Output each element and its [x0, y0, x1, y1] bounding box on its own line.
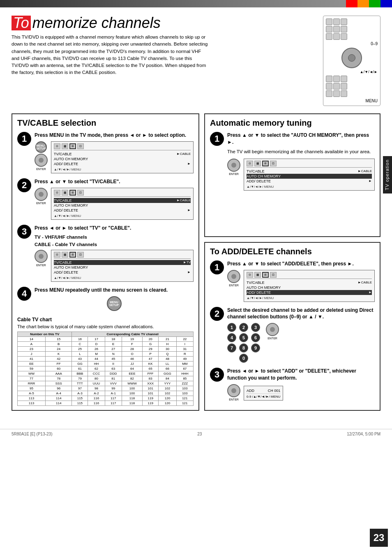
- step3-subtext1: TV - VHF/UHF channelsCABLE - Cable TV ch…: [35, 234, 194, 248]
- step3-menu-screen: ⊙ ▦ ⊞ ⊡ TV/CABLE►TV AUTO CH MEMORY: [51, 250, 194, 282]
- auto-step1-number: 1: [210, 132, 224, 146]
- add-screen: ADD CH 001 0-9 /▲/▼/◄/►/ MENU: [244, 386, 283, 401]
- step4-content: Press MENU repeatedly until the menu scr…: [35, 287, 194, 311]
- menu-item-add-2: ADD/ DELETE►: [54, 208, 191, 213]
- menu-icon-d2: ▦: [254, 272, 261, 278]
- remote-num-btn: [341, 33, 347, 40]
- chart-row-12: A-5A-4A-3A-2A-1100101102103: [18, 391, 194, 396]
- tv-cable-step3: 3 Press ◄ or ► to select "TV" or "CABLE"…: [17, 225, 194, 282]
- top-bar: [0, 0, 392, 7]
- remote-num-grid: [326, 18, 378, 40]
- remote-num-btn: [341, 26, 347, 32]
- remote-num-btn: [326, 18, 332, 25]
- step1-content: Press MENU in the TV mode, then press ◄ …: [35, 132, 194, 173]
- step1-menu-mockup: MENU SETUP ENTER ⊙ ▦ ⊞: [35, 141, 194, 173]
- step3-content: Press ◄ or ► to select "TV" or "CABLE". …: [35, 225, 194, 282]
- nav-center-1: [39, 158, 44, 163]
- menu-item-tvcable-3: TV/CABLE►TV: [54, 260, 191, 265]
- add-step1-content: Press ▲ or ▼ to select "ADD/DELETE", the…: [227, 260, 375, 302]
- menu-label: MENU: [326, 99, 378, 103]
- num-btn-2: 2: [239, 323, 248, 332]
- step2-menu-mockup: ENTER ⊙ ▦ ⊞ ⊡ TV/CABLE►CABLE: [35, 188, 194, 220]
- remote-extra-btn: [326, 76, 332, 82]
- remote-extra-btn: [326, 83, 332, 90]
- step3-text: Press ◄ or ► to select "TV" or "CABLE".: [35, 225, 194, 232]
- chart-row-10: RRRSSSTTTUUUVVVWWWXXXYYYZZZ: [18, 381, 194, 386]
- tv-cable-step2: 2 Press ▲ or ▼ to select "TV/CABLE". ENT…: [17, 178, 194, 220]
- menu-icon-a3: ⊞: [262, 161, 269, 166]
- remote-extra-btn: [341, 83, 347, 90]
- page-description: This TV/DVD is equipped with a channel m…: [12, 34, 209, 76]
- main-content: Tomemorize channels This TV/DVD is equip…: [0, 7, 392, 425]
- menu-item-auto-1: AUTO CH MEMORY: [54, 157, 191, 161]
- step4-icon-area: MENU SETUP: [35, 296, 194, 311]
- chart-row-11: 9596979899100101102103: [18, 386, 194, 391]
- remote-num-btn: [326, 33, 332, 40]
- mini-remote-add1: ENTER: [227, 270, 240, 287]
- menu-item-auto-2: AUTO CH MEMORY: [54, 203, 191, 208]
- chart-header-row: Number on this TV Corresponding Cable TV…: [18, 332, 194, 336]
- add-step1-number: 1: [210, 260, 224, 274]
- menu-icons-add1: ⊙ ▦ ⊞ ⊡: [247, 272, 372, 279]
- auto-step1-text: Press ▲ or ▼ to select the "AUTO CH MEMO…: [227, 132, 375, 146]
- color-bar-blue: [380, 0, 392, 7]
- remote-extra-grid: [326, 76, 378, 97]
- nav-center-add1: [231, 274, 236, 279]
- add-screen-row1: ADD CH 001: [247, 388, 280, 394]
- ch-value: CH 001: [268, 389, 281, 393]
- nav-btn-add3: [227, 384, 240, 397]
- auto-step1: 1 Press ▲ or ▼ to select the "AUTO CH ME…: [210, 132, 375, 191]
- step2-content: Press ▲ or ▼ to select "TV/CABLE". ENTER…: [35, 178, 194, 220]
- add-step3: 3 Press ◄ or ► to select "ADD" or "DELET…: [210, 368, 375, 401]
- step4-number: 4: [17, 287, 31, 301]
- enter-label-2: ENTER: [36, 202, 46, 205]
- nav-btn-1: [35, 154, 48, 167]
- enter-label-1: ENTER: [36, 168, 46, 170]
- chart-row-1: 141516171819202122: [18, 336, 194, 341]
- remote-num-btn: [333, 26, 340, 32]
- nav-center-auto: [231, 163, 236, 168]
- add-delete-section: To ADD/DELETE channels 1 Press ▲ or ▼ to…: [204, 242, 380, 411]
- remote-extra-btn: [341, 76, 347, 82]
- menu-nav-1: ▲/▼/◄/►/ MENU: [54, 168, 191, 171]
- footer-model-code: 5R80A1E [E] (P13-23): [12, 432, 53, 436]
- menu-icon-a2: ▦: [254, 161, 261, 166]
- num-btn-9: 9: [251, 343, 260, 352]
- menu-icons-3: ⊙ ▦ ⊞ ⊡: [54, 252, 191, 259]
- add1-menu-nav: ▲/▼/◄/►/ MENU: [247, 296, 372, 300]
- nav-center-add2: [270, 327, 275, 332]
- menu-icon-4: ⊡: [77, 143, 84, 149]
- menu-item-add-1: ADD/ DELETE►: [54, 161, 191, 166]
- step2-menu-screen: ⊙ ▦ ⊞ ⊡ TV/CABLE►CABLE AUTO CH MEMORY: [51, 188, 194, 220]
- add-step1-mockup: ENTER ⊙ ▦ ⊞ ⊡ TV/CABLE►CABLE: [227, 270, 375, 302]
- num-btn-0: 0: [239, 354, 248, 363]
- title-section: Tomemorize channels This TV/DVD is equip…: [12, 16, 380, 106]
- footer-date: 12/27/04, 5:00 PM: [347, 432, 380, 436]
- enter-label-add3: ENTER: [229, 398, 239, 401]
- enter-label-add1: ENTER: [229, 284, 239, 287]
- menu-icon-d1: ⊙: [247, 272, 253, 278]
- auto-menu-nav: ▲/▼/◄/►/ MENU: [247, 185, 372, 189]
- chart-row-13: 113114115116117118119120121: [18, 396, 194, 401]
- tv-cable-step1: 1 Press MENU in the TV mode, then press …: [17, 132, 194, 173]
- add-label: ADD: [247, 389, 254, 393]
- step1-text: Press MENU in the TV mode, then press ◄ …: [35, 132, 194, 139]
- menu-icons-2: ⊙ ▦ ⊞ ⊡: [54, 190, 191, 197]
- add-step2-text: Select the desired channel to be added o…: [227, 307, 375, 321]
- num-btn-7: 7: [227, 343, 236, 352]
- auto-mem-desc: The TV will begin memorizing all the cha…: [227, 148, 375, 155]
- mini-remote-add3: ENTER: [227, 384, 240, 401]
- auto-menu-screen: ⊙ ▦ ⊞ ⊡ TV/CABLE►CABLE AUTO CH MEMORY: [244, 159, 375, 191]
- remote-extra-btn: [326, 90, 332, 97]
- menu-nav-3: ▲/▼/◄/►/ MENU: [54, 276, 191, 280]
- enter-remote-add2: ENTER: [266, 323, 279, 340]
- add1-menu-add: ADD/ DELETE►: [247, 290, 372, 295]
- enter-label-3: ENTER: [36, 264, 46, 267]
- cable-chart-table: Number on this TV Corresponding Cable TV…: [17, 332, 194, 406]
- footer-page-num: 23: [197, 432, 202, 436]
- menu-icons-1: ⊙ ▦ ⊞ ⊡: [54, 143, 191, 150]
- number-buttons-grid: 1 2 3 4 5 6 7 8 9 0: [227, 323, 262, 363]
- nav-btn-add2: [266, 323, 279, 336]
- add-step1-text: Press ▲ or ▼ to select "ADD/DELETE", the…: [227, 260, 375, 267]
- menu-icon-2: ▦: [62, 143, 68, 149]
